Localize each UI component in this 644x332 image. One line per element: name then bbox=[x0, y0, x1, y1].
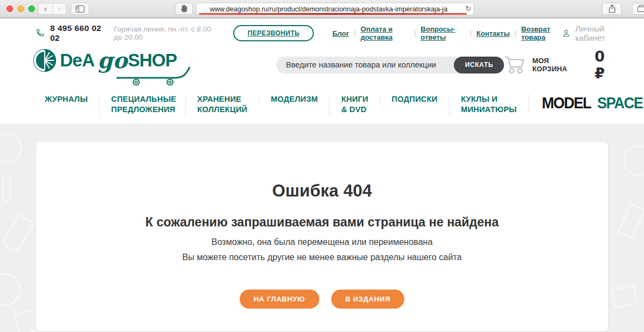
globe-icon bbox=[33, 48, 57, 72]
account-label: Личный кабинет bbox=[575, 24, 625, 42]
background-doodle bbox=[1, 214, 35, 253]
sidebar-toggle-button[interactable] bbox=[71, 3, 89, 15]
site-logo[interactable]: DeA go SHOP bbox=[33, 46, 196, 83]
hand-icon bbox=[180, 4, 188, 13]
nav-item-journals[interactable]: ЖУРНАЛЫ bbox=[45, 94, 99, 104]
close-window-button[interactable] bbox=[7, 5, 13, 12]
show-tabs-button[interactable] bbox=[632, 3, 644, 15]
window-controls bbox=[7, 5, 35, 12]
logo-part-go: go bbox=[98, 52, 127, 69]
phone-block: 8 495 660 02 02 Горячая линия, пн.-пт. с… bbox=[35, 23, 218, 43]
hotline-hours: Горячая линия, пн.-пт. с 8.00 до 20.00 bbox=[114, 25, 218, 41]
background-doodle bbox=[0, 273, 21, 306]
search-bar: ИСКАТЬ bbox=[276, 57, 504, 73]
reload-icon[interactable]: ↻ bbox=[465, 4, 471, 13]
cart-amount: 0 ₽ bbox=[594, 48, 620, 82]
nav-item-books-dvd[interactable]: КНИГИ & DVD bbox=[329, 94, 379, 115]
search-button[interactable]: ИСКАТЬ bbox=[454, 57, 504, 73]
model-space-model: MODEL bbox=[542, 94, 591, 112]
go-home-button[interactable]: НА ГЛАВНУЮ bbox=[240, 290, 319, 309]
sidebar-icon bbox=[76, 5, 84, 13]
cart-label: МОЯ КОРЗИНА bbox=[532, 57, 586, 73]
share-button[interactable] bbox=[602, 3, 622, 15]
link-separator: | bbox=[470, 29, 471, 37]
chrome-shadow bbox=[0, 18, 644, 19]
main-navigation: ЖУРНАЛЫ СПЕЦИАЛЬНЫЕ ПРЕДЛОЖЕНИЯ ХРАНЕНИЕ… bbox=[0, 89, 644, 124]
nav-item-collection-storage[interactable]: ХРАНЕНИЕ КОЛЛЕКЦИЙ bbox=[185, 94, 259, 115]
site-header: 8 495 660 02 02 Горячая линия, пн.-пт. с… bbox=[0, 19, 644, 124]
account-link[interactable]: Личный кабинет bbox=[562, 24, 625, 42]
phone-icon bbox=[35, 27, 45, 39]
link-separator: | bbox=[354, 29, 356, 37]
header-logo-row: DeA go SHOP ИСКАТЬ МОЯ КОРЗИНА bbox=[0, 43, 644, 89]
user-icon bbox=[562, 28, 570, 39]
error-title: Ошибка 404 bbox=[36, 181, 608, 201]
nav-item-modelling[interactable]: МОДЕЛИЗМ bbox=[259, 94, 330, 104]
adblock-extension-button[interactable] bbox=[175, 3, 193, 15]
back-button[interactable]: ‹ bbox=[39, 3, 52, 14]
background-doodle bbox=[618, 203, 644, 238]
address-bar: ↻ bbox=[196, 3, 474, 15]
tabs-icon bbox=[637, 5, 644, 13]
error-actions: НА ГЛАВНУЮ В ИЗДАНИЯ bbox=[36, 290, 608, 309]
minimize-window-button[interactable] bbox=[17, 5, 24, 12]
browser-chrome: ‹ › ↻ bbox=[0, 0, 644, 18]
link-separator: | bbox=[414, 29, 416, 37]
header-top-row: 8 495 660 02 02 Горячая линия, пн.-пт. с… bbox=[0, 23, 644, 43]
background-doodle bbox=[0, 133, 22, 163]
page-load-progress-bar bbox=[199, 13, 467, 15]
link-separator: | bbox=[515, 29, 517, 37]
top-links: Блог | Оплата и доставка | Вопросы-ответ… bbox=[332, 25, 562, 41]
phone-number: 8 495 660 02 02 bbox=[50, 23, 102, 43]
cart-basket-icon bbox=[504, 55, 526, 75]
error-subtitle: К сожалению запрашиваемая вами страница … bbox=[36, 215, 608, 230]
error-line-2: Вы можете посетить другие не менее важны… bbox=[36, 253, 608, 262]
background-doodle bbox=[2, 175, 11, 201]
cart-widget[interactable]: МОЯ КОРЗИНА 0 ₽ bbox=[504, 48, 620, 82]
background-doodle bbox=[611, 285, 639, 309]
model-space-space: SPACE bbox=[597, 94, 643, 112]
nav-item-special-offers[interactable]: СПЕЦИАЛЬНЫЕ ПРЕДЛОЖЕНИЯ bbox=[99, 94, 185, 115]
nav-item-dolls-miniatures[interactable]: КУКЛЫ И МИНИАТЮРЫ bbox=[449, 94, 528, 115]
link-contacts[interactable]: Контакты bbox=[476, 29, 509, 38]
link-payment-delivery[interactable]: Оплата и доставка bbox=[361, 25, 409, 41]
error-line-1: Возможно, она была перемещена или переим… bbox=[36, 237, 608, 247]
page-background: Ошибка 404 К сожалению запрашиваемая вам… bbox=[0, 124, 644, 332]
background-doodle bbox=[623, 145, 644, 176]
cart-icon bbox=[54, 67, 191, 85]
link-returns[interactable]: Возврат товара bbox=[521, 25, 562, 41]
forward-button[interactable]: › bbox=[52, 3, 66, 14]
zoom-window-button[interactable] bbox=[28, 5, 35, 12]
share-icon bbox=[609, 4, 616, 13]
error-card: Ошибка 404 К сожалению запрашиваемая вам… bbox=[35, 142, 609, 332]
go-editions-button[interactable]: В ИЗДАНИЯ bbox=[331, 290, 405, 309]
history-nav-buttons: ‹ › bbox=[38, 3, 66, 15]
model-space-logo[interactable]: MODEL SPACE bbox=[528, 94, 643, 112]
link-faq[interactable]: Вопросы-ответы bbox=[421, 25, 465, 41]
link-blog[interactable]: Блог bbox=[332, 29, 349, 38]
callback-button[interactable]: ПЕРЕЗВОНИТЬ bbox=[233, 25, 314, 41]
nav-item-subscriptions[interactable]: ПОДПИСКИ bbox=[380, 94, 449, 104]
